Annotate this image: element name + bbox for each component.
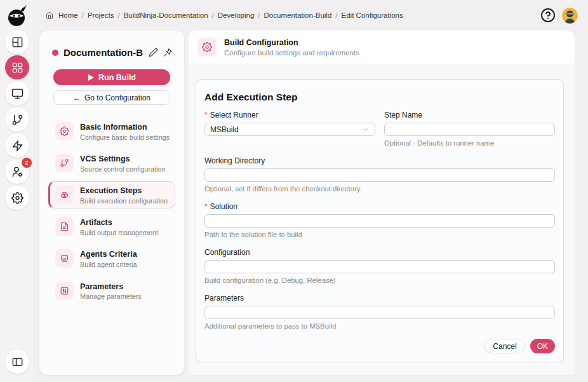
working-directory-input[interactable]: [204, 168, 555, 182]
layout-icon: [11, 36, 23, 48]
runner-select-value: MSBuild: [210, 125, 239, 134]
user-gear-icon: [11, 166, 23, 178]
solution-label: * Solution: [204, 202, 555, 211]
select-runner-label: * Select Runner: [204, 111, 375, 119]
nav-item-parameters[interactable]: ParametersManage parameters: [48, 277, 175, 304]
parameters-hint: Additional parameters to pass to MSBuild: [204, 322, 555, 330]
nav-item-title: Artifacts: [80, 218, 112, 227]
rail-collapse-button[interactable]: [5, 350, 29, 374]
nav-item-subtitle: Configure basic build settings: [80, 133, 170, 142]
nav-item-title: Basic Information: [80, 123, 147, 132]
working-directory-hint: Optional, set if differs from the checko…: [204, 185, 555, 193]
rail-item-builds[interactable]: [5, 133, 29, 158]
rail-item-vcs[interactable]: [5, 107, 29, 132]
breadcrumb-project[interactable]: BuildNinja-Documentation: [124, 11, 208, 19]
nav-item-execution-steps[interactable]: Execution StepsBuild execution configura…: [48, 181, 175, 208]
step-name-input[interactable]: [384, 123, 555, 136]
zap-icon: [11, 140, 23, 152]
configuration-label: Configuration: [204, 248, 555, 257]
main-content: Add Execution Step * Select Runner MSBui…: [189, 64, 575, 375]
users-badge: 2: [22, 158, 32, 168]
working-directory-label: Working Directory: [204, 156, 555, 165]
pushpin-icon[interactable]: [163, 48, 173, 57]
page-title: Build Configuration: [224, 38, 359, 47]
nav-item-subtitle: Build agent criteria: [80, 261, 137, 269]
breadcrumb-separator: /: [82, 11, 84, 19]
file-icon: [55, 217, 74, 236]
nav-item-subtitle: Source control configuration: [80, 165, 165, 174]
rail-item-users[interactable]: 2: [5, 160, 29, 184]
left-arrow-icon: ←: [73, 93, 81, 102]
help-circle-icon[interactable]: [540, 8, 556, 23]
goto-configuration-button[interactable]: ← Go to Configuration: [53, 90, 170, 105]
rail-item-overview[interactable]: [5, 30, 29, 54]
top-bar: Home / Projects / BuildNinja-Documentati…: [33, 0, 588, 31]
breadcrumb-separator: /: [117, 11, 119, 19]
nav-item-vcs-settings[interactable]: VCS SettingsSource control configuration: [48, 149, 175, 177]
build-config-title: Documentation-Bu...: [63, 47, 144, 58]
nav-item-subtitle: Build execution configuration: [80, 197, 168, 205]
monitor-icon: [11, 88, 23, 100]
grid-icon: [11, 62, 23, 74]
main-header: Build Configuration Configure build sett…: [189, 31, 575, 64]
bricks-icon: [55, 186, 74, 204]
cancel-button[interactable]: Cancel: [484, 339, 525, 353]
parameters-input[interactable]: [204, 306, 555, 319]
run-build-button[interactable]: Run Build: [53, 69, 170, 85]
play-icon: [88, 74, 94, 81]
step-name-label: Step Name: [384, 111, 555, 119]
gear-icon: [197, 38, 217, 57]
breadcrumb-home[interactable]: Home: [58, 11, 78, 19]
step-name-hint: Optional - Defaults to runner name: [384, 139, 555, 147]
icon-rail: 2: [0, 0, 33, 382]
pencil-icon[interactable]: [149, 48, 158, 57]
sliders-box-icon: [55, 282, 74, 300]
nav-item-basic-information[interactable]: Basic InformationConfigure basic build s…: [48, 118, 175, 145]
nav-item-title: Agents Criteria: [80, 250, 137, 259]
breadcrumb-separator: /: [335, 11, 337, 19]
status-dot: [52, 50, 58, 56]
add-execution-step-card: Add Execution Step * Select Runner MSBui…: [196, 79, 564, 362]
rail-item-projects[interactable]: [5, 55, 29, 79]
chevron-down-icon: [362, 126, 370, 133]
gear-icon: [55, 122, 74, 140]
breadcrumb-separator: /: [212, 11, 214, 19]
nav-item-subtitle: Build output management: [80, 229, 158, 237]
rail-item-agents[interactable]: [5, 81, 29, 106]
rail-item-settings[interactable]: [5, 186, 29, 210]
ok-button[interactable]: OK: [530, 339, 555, 353]
breadcrumb-projects[interactable]: Projects: [88, 11, 114, 19]
nav-item-artifacts[interactable]: ArtifactsBuild output management: [48, 213, 175, 240]
breadcrumb-subproject[interactable]: Developing: [218, 11, 255, 19]
parameters-label: Parameters: [204, 294, 555, 303]
git-branch-icon: [11, 114, 23, 126]
required-asterisk: *: [204, 111, 208, 119]
git-branch-icon: [55, 154, 74, 172]
breadcrumb-separator: /: [258, 11, 260, 19]
configuration-input[interactable]: [204, 260, 555, 273]
nav-item-subtitle: Manage parameters: [80, 292, 142, 301]
configuration-hint: Build configuration (e.g. Debug, Release…: [204, 276, 555, 284]
run-build-label: Run Build: [98, 73, 136, 82]
nav-item-title: VCS Settings: [80, 154, 130, 163]
breadcrumb: Home / Projects / BuildNinja-Documentati…: [46, 11, 403, 19]
runner-select[interactable]: MSBuild: [204, 123, 375, 136]
sidebar-collapse-icon: [11, 356, 23, 368]
required-asterisk: *: [204, 202, 208, 211]
nav-item-title: Parameters: [80, 282, 123, 291]
solution-hint: Path to the solution file to build: [204, 231, 555, 238]
breadcrumb-build[interactable]: Documentation-Build: [264, 11, 332, 19]
form-title: Add Execution Step: [204, 92, 555, 103]
nav-item-agents-criteria[interactable]: Agents CriteriaBuild agent criteria: [48, 245, 175, 272]
home-icon: [46, 11, 53, 19]
page-subtitle: Configure build settings and requirement…: [224, 49, 359, 57]
solution-input[interactable]: [204, 214, 555, 228]
sidebar-panel: Documentation-Bu... Run Build ← Go to Co…: [39, 31, 184, 375]
robot-card-icon: [55, 249, 74, 268]
gear-icon: [11, 192, 23, 204]
nav-item-title: Execution Steps: [80, 186, 142, 195]
user-avatar[interactable]: [562, 8, 578, 24]
config-nav: Basic InformationConfigure basic build s…: [39, 118, 184, 304]
ninja-logo[interactable]: [6, 4, 29, 28]
goto-configuration-label: Go to Configuration: [84, 93, 150, 102]
